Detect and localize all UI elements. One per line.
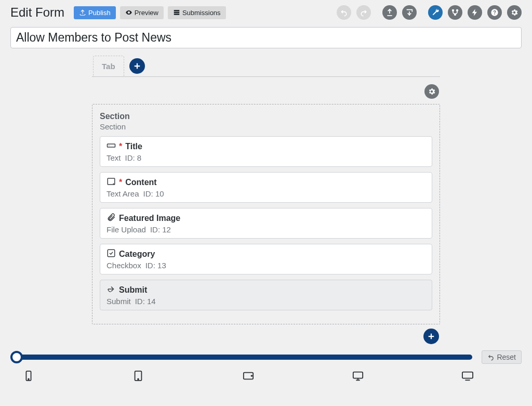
table-icon [173,9,180,16]
svg-point-12 [251,375,252,376]
field-label: Category [119,250,155,259]
header-toolbar: Edit Form Publish Preview Submissions [0,0,532,25]
import-icon [405,8,414,17]
field-id: ID: 12 [150,225,171,234]
preview-button[interactable]: Preview [120,6,164,19]
field-header: *Content [107,177,425,188]
export-icon [385,8,394,17]
field-id: ID: 10 [143,189,164,198]
redo-icon [360,8,368,17]
field-header: *Title [107,141,425,152]
clip-icon [107,213,116,224]
upload-icon [79,9,86,16]
tabs-row: Tab [92,56,440,77]
svg-point-0 [128,12,129,13]
slider-track [10,355,472,360]
field-meta: SubmitID: 14 [107,297,425,306]
import-button[interactable] [402,5,417,20]
plus-icon [427,332,436,341]
svg-point-8 [28,379,29,380]
field-label: Featured Image [119,214,180,223]
svg-rect-4 [108,144,115,147]
required-indicator: * [119,142,122,151]
desktop-icon[interactable] [352,370,364,382]
help-button[interactable] [487,5,502,20]
field-header: Category [107,248,425,260]
svg-point-10 [138,379,139,380]
lightning-button[interactable] [468,5,482,20]
field-meta: File UploadID: 12 [107,225,425,234]
wrench-icon [431,8,440,17]
tools-button[interactable] [428,5,443,20]
undo-button[interactable] [337,5,351,20]
form-title-input[interactable] [10,27,522,48]
svg-rect-14 [462,372,473,378]
field-meta: Text AreaID: 10 [107,189,425,198]
plus-icon [132,61,142,71]
svg-point-2 [457,10,458,11]
phone-icon[interactable] [23,370,34,382]
add-section-button[interactable] [423,329,439,344]
submissions-label: Submissions [182,9,221,17]
tab-placeholder[interactable]: Tab [93,56,124,76]
field-card[interactable]: SubmitSubmitID: 14 [100,280,432,310]
field-header: Featured Image [107,213,425,224]
field-type: Submit [107,297,131,306]
textarea-icon [107,177,116,188]
redo-button[interactable] [356,5,371,20]
width-slider[interactable] [10,349,472,365]
field-label: Content [125,178,156,187]
settings-button[interactable] [507,5,522,20]
gear-icon [510,8,518,17]
reset-button[interactable]: Reset [482,350,522,364]
page-title: Edit Form [10,5,64,20]
field-header: Submit [107,284,425,296]
section-box[interactable]: Section Section *TitleTextID: 8*ContentT… [92,104,440,324]
check-icon [107,248,116,260]
export-button[interactable] [382,5,397,20]
eye-icon [125,9,132,16]
publish-button[interactable]: Publish [74,6,116,19]
section-settings-button[interactable] [424,84,439,99]
add-tab-button[interactable] [129,58,145,74]
field-meta: CheckboxID: 13 [107,261,425,270]
reset-label: Reset [497,353,516,361]
submissions-button[interactable]: Submissions [168,6,226,19]
field-meta: TextID: 8 [107,153,425,162]
desktop-wide-icon[interactable] [462,370,473,382]
field-card[interactable]: *TitleTextID: 8 [100,136,432,167]
svg-rect-6 [108,250,115,257]
question-icon [490,8,499,17]
field-card[interactable]: Featured ImageFile UploadID: 12 [100,208,432,239]
publish-label: Publish [88,9,111,17]
branch-icon [451,8,459,17]
svg-point-1 [453,10,454,11]
text-icon [107,141,116,152]
field-type: Text [107,153,121,162]
field-type: Checkbox [107,261,141,270]
undo-icon [340,8,348,17]
form-canvas: Tab Section Section *TitleTextID: 8*Cont… [92,56,440,344]
svg-rect-13 [353,372,363,378]
section-subtitle: Section [100,122,432,131]
field-label: Submit [119,285,147,295]
undo-icon [487,353,495,361]
field-card[interactable]: *ContentText AreaID: 10 [100,172,432,203]
field-id: ID: 8 [125,153,142,162]
field-type: Text Area [107,189,139,198]
slider-thumb[interactable] [10,351,23,363]
width-slider-zone: Reset [0,349,532,382]
section-title: Section [100,112,432,121]
gear-icon [428,87,436,96]
field-type: File Upload [107,225,146,234]
required-indicator: * [119,178,122,187]
field-card[interactable]: CategoryCheckboxID: 13 [100,244,432,274]
preview-label: Preview [135,9,158,17]
field-id: ID: 14 [135,297,156,306]
field-id: ID: 13 [145,261,166,270]
branch-button[interactable] [448,5,462,20]
device-icons-row [10,365,486,382]
lightning-icon [471,8,479,17]
tablet-landscape-icon[interactable] [243,370,254,382]
tablet-portrait-icon[interactable] [132,370,144,382]
